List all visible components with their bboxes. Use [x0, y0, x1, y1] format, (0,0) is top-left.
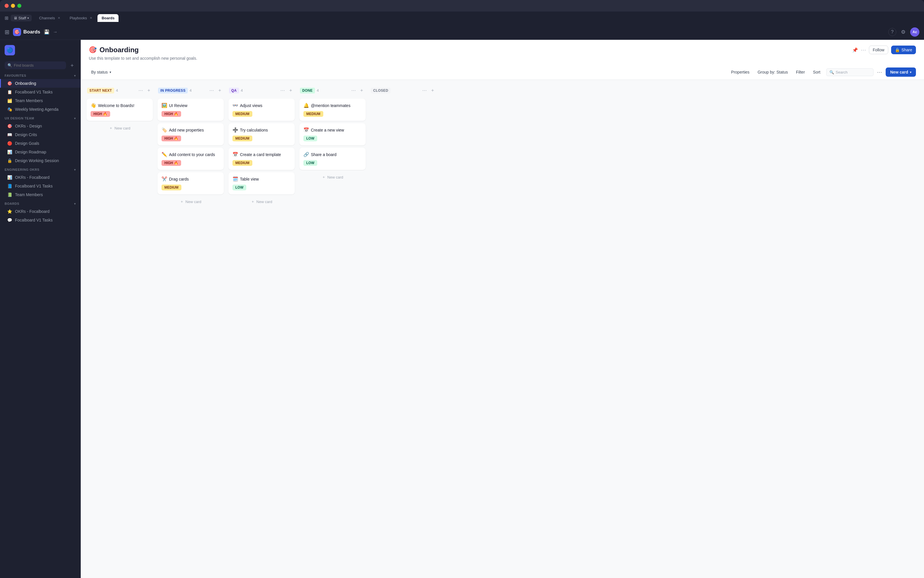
column-qa-new-card[interactable]: ＋ New card [229, 197, 295, 206]
sidebar-item-okrs-focalboard-b[interactable]: ⭐ OKRs - Focalboard [0, 207, 81, 216]
card-share-board[interactable]: 🔗 Share a board LOW [299, 148, 366, 170]
help-icon[interactable]: ? [888, 28, 896, 36]
column-done-add[interactable]: ＋ [358, 87, 365, 94]
sidebar-item-design-roadmap[interactable]: 📊 Design Roadmap [0, 148, 81, 156]
group-by-button[interactable]: By status ▾ [89, 69, 113, 76]
onboarding-label: Onboarding [15, 81, 76, 86]
column-in-progress-actions: ⋯ ＋ [208, 87, 223, 94]
column-in-progress-count: 4 [190, 88, 191, 93]
column-in-progress-add[interactable]: ＋ [216, 87, 223, 94]
card-add-new-properties-title: 🏷️ Add new properties [162, 127, 220, 133]
card-welcome-title: 👋 Welcome to Boards! [91, 103, 149, 108]
card-mention-teammates[interactable]: 🔔 @mention teammates MEDIUM [299, 99, 366, 121]
card-add-new-properties[interactable]: 🏷️ Add new properties HIGH 🔥 [157, 123, 224, 145]
card-try-calculations[interactable]: ➗ Try calculations MEDIUM [229, 123, 295, 145]
sidebar-item-okrs-focalboard[interactable]: 📊 OKRs - Focalboard [0, 173, 81, 182]
pin-icon[interactable]: 📌 [852, 47, 858, 53]
card-adjust-views[interactable]: 👓 Adjust views MEDIUM [229, 99, 295, 121]
workspace-name: Staff [18, 16, 26, 20]
new-card-text-4: New card [327, 175, 343, 179]
traffic-light-red[interactable] [5, 4, 9, 8]
sidebar-item-focalboard-v1-eng[interactable]: 📘 Focalboard V1 Tasks [0, 182, 81, 190]
workspace-label[interactable]: 🖥 Staff ▾ [11, 15, 32, 21]
more-options-icon[interactable]: ⋯ [861, 47, 866, 53]
card-create-new-view-title: 📅 Create a new view [303, 127, 361, 133]
forward-icon[interactable]: → [53, 29, 58, 35]
card-ui-review[interactable]: 🖼️ UI Review HIGH 🔥 [157, 99, 224, 121]
sidebar-item-weekly-meeting[interactable]: 🎭 Weekly Meeting Agenda [0, 105, 81, 114]
traffic-light-yellow[interactable] [11, 4, 15, 8]
sidebar-search-container[interactable]: 🔍 [5, 62, 66, 69]
column-done-new-card[interactable]: ＋ New card [299, 172, 366, 182]
follow-button[interactable]: Follow [869, 45, 888, 54]
team-members-eng-label: Team Members [15, 192, 76, 197]
new-card-button[interactable]: New card ▾ [886, 68, 916, 77]
column-closed-add[interactable]: ＋ [429, 87, 436, 94]
tab-channels[interactable]: Channels ✕ [35, 14, 65, 22]
app-logo: 🎯 Boards [13, 28, 41, 36]
column-done-more[interactable]: ⋯ [350, 87, 357, 94]
user-avatar[interactable]: Ac [910, 28, 919, 37]
tab-boards[interactable]: Boards [97, 14, 118, 22]
sidebar-item-design-working-session[interactable]: 🔒 Design Working Session [0, 156, 81, 165]
card-welcome-to-boards[interactable]: 👋 Welcome to Boards! HIGH 🔥 [86, 99, 153, 121]
column-in-progress-more[interactable]: ⋯ [208, 87, 215, 94]
filter-button[interactable]: Filter [794, 69, 807, 76]
column-in-progress-header: IN PROGRESS 4 ⋯ ＋ [157, 86, 224, 96]
sidebar-item-onboarding[interactable]: 🎯 Onboarding [0, 79, 81, 88]
apps-grid-icon[interactable]: ⊞ [5, 29, 10, 36]
okrs-focalboard-b-icon: ⭐ [7, 209, 12, 214]
new-card-plus: ＋ [109, 125, 113, 131]
column-qa-add[interactable]: ＋ [287, 87, 294, 94]
column-in-progress-new-card[interactable]: ＋ New card [157, 197, 224, 206]
grid-icon[interactable]: ⊞ [3, 14, 10, 22]
sidebar-item-focalboard-v1-b[interactable]: 💬 Focalboard V1 Tasks [0, 216, 81, 224]
share-label: Share [901, 47, 912, 52]
sidebar-item-okrs-design[interactable]: 🎯 OKRs - Design [0, 122, 81, 130]
card-create-card-template[interactable]: 📅 Create a card template MEDIUM [229, 148, 295, 170]
card-add-new-properties-badge: HIGH 🔥 [162, 136, 181, 141]
settings-icon[interactable]: ⚙ [901, 29, 906, 35]
sidebar-item-team-members[interactable]: 🗂️ Team Members [0, 96, 81, 105]
new-card-text-2: New card [185, 200, 201, 204]
sidebar-item-focalboard-v1[interactable]: 📋 Focalboard V1 Tasks [0, 88, 81, 96]
card-mention-teammates-title: 🔔 @mention teammates [303, 103, 361, 108]
card-add-content[interactable]: ✏️ Add content to your cards HIGH 🔥 [157, 148, 224, 170]
card-drag-cards[interactable]: ✂️ Drag cards MEDIUM [157, 172, 224, 195]
sidebar-section-header-boards[interactable]: BOARDS ▾ [0, 200, 81, 207]
properties-button[interactable]: Properties [729, 69, 752, 76]
card-ui-review-text: UI Review [169, 103, 188, 108]
group-by-status-button[interactable]: Group by: Status [755, 69, 790, 76]
board-search-box[interactable]: 🔍 [826, 68, 874, 76]
sidebar-section-header-engineering[interactable]: ENGINEERING OKRS ▾ [0, 166, 81, 173]
card-share-board-title: 🔗 Share a board [303, 152, 361, 157]
column-qa-count: 4 [241, 88, 243, 93]
card-adjust-views-icon: 👓 [232, 103, 238, 108]
design-crits-label: Design Crits [15, 132, 76, 137]
tab-playbooks-close[interactable]: ✕ [90, 16, 92, 20]
sidebar-item-team-members-eng[interactable]: 📗 Team Members [0, 190, 81, 199]
tab-channels-close[interactable]: ✕ [58, 16, 60, 20]
sidebar-new-item-button[interactable]: ＋ [68, 60, 76, 70]
sidebar-item-design-crits[interactable]: 📖 Design Crits [0, 130, 81, 139]
sidebar-section-header-favourites[interactable]: FAVOURITES ▾ [0, 72, 81, 79]
column-start-next-new-card[interactable]: ＋ New card [86, 123, 153, 133]
column-qa-more[interactable]: ⋯ [279, 87, 286, 94]
sidebar-search-input[interactable] [14, 63, 63, 68]
traffic-light-green[interactable] [17, 4, 21, 8]
toolbar-more-button[interactable]: ⋯ [877, 69, 882, 75]
column-closed-more[interactable]: ⋯ [421, 87, 428, 94]
save-icon[interactable]: 💾 [44, 29, 50, 35]
card-mention-teammates-badge: MEDIUM [303, 111, 323, 117]
design-roadmap-icon: 📊 [7, 150, 12, 154]
card-create-new-view[interactable]: 📅 Create a new view LOW [299, 123, 366, 145]
sort-button[interactable]: Sort [811, 69, 823, 76]
share-button[interactable]: 🔒 Share [891, 45, 916, 54]
card-table-view[interactable]: 🗓️ Table view LOW [229, 172, 295, 195]
column-start-next-add[interactable]: ＋ [145, 87, 152, 94]
sidebar-item-design-goals[interactable]: 🔴 Design Goals [0, 139, 81, 148]
sidebar-section-header-ux[interactable]: UX DESIGN TEAM ▾ [0, 115, 81, 122]
column-start-next-more[interactable]: ⋯ [137, 87, 144, 94]
board-search-input[interactable] [836, 70, 871, 75]
tab-playbooks[interactable]: Playbooks ✕ [65, 14, 96, 22]
